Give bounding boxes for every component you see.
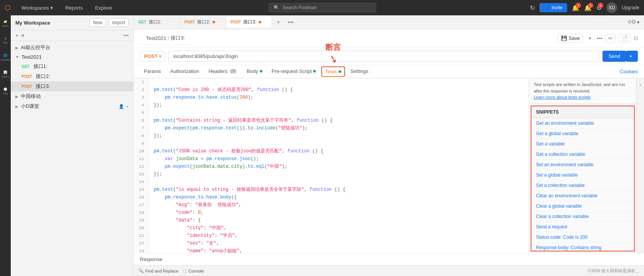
- code-editor[interactable]: 1 2 pm.test("Code is 200 - 状态码是否200", fu…: [134, 78, 529, 253]
- method-selector[interactable]: POST ▾: [140, 51, 165, 61]
- code-line-20: 20 "city": "中国",: [134, 224, 529, 232]
- tab-tests-label: Tests: [325, 69, 337, 74]
- new-button[interactable]: New: [90, 18, 106, 27]
- url-input[interactable]: [168, 51, 599, 62]
- send-dropdown-button[interactable]: ▾: [626, 51, 638, 62]
- sync-icon[interactable]: ↻: [530, 4, 535, 12]
- workspace-name: 小D: [627, 19, 636, 25]
- breadcrumb-separator: /: [168, 35, 169, 41]
- code-line-4: 4 });: [134, 101, 529, 109]
- snippet-response-body[interactable]: Response body: Contains string: [531, 243, 634, 251]
- save-button[interactable]: 💾 Save: [558, 34, 584, 43]
- add-member-icon[interactable]: +: [126, 104, 129, 109]
- search-placeholder: Search Postman: [282, 5, 317, 10]
- snippet-clear-global[interactable]: Clear a global variable: [531, 201, 634, 212]
- snippet-get-env[interactable]: Get an environment variable: [531, 118, 634, 129]
- import-button[interactable]: Import: [109, 18, 129, 27]
- snippet-clear-env[interactable]: Clear an environment variable: [531, 191, 634, 201]
- tab-method-post2: POST: [231, 20, 241, 24]
- tab-authorization[interactable]: Authorization: [166, 65, 203, 78]
- tab-get-api1[interactable]: GET 接口1:: [134, 17, 180, 28]
- tab-post-api2[interactable]: POST 接口2:: [180, 17, 226, 28]
- snippet-status-code[interactable]: Status code: Code is 200: [531, 232, 634, 243]
- collection-test2021[interactable]: ▼ Test2021: [11, 53, 133, 61]
- headers-badge: (9): [229, 69, 237, 74]
- alerts-icon[interactable]: 🔔1: [584, 4, 592, 12]
- header-more-button[interactable]: •••: [597, 35, 603, 41]
- icon-bar-history[interactable]: 🕐 tory: [1, 86, 9, 97]
- snippet-send-request[interactable]: Send a request: [531, 222, 634, 232]
- edit-button[interactable]: ✏: [606, 34, 616, 43]
- chevron-down-icon-ws: ▾: [637, 20, 639, 25]
- tab-pre-request[interactable]: Pre-request Script: [268, 65, 320, 78]
- code-line-12: 12 pm.expect(jsonData.data.city).to.eql(…: [134, 163, 529, 170]
- snippet-set-global[interactable]: Set a global variable: [531, 170, 634, 180]
- code-line-10: 10 pm.test("JSON value check - 校验json的值是…: [134, 147, 529, 155]
- plus-icon[interactable]: +: [15, 33, 18, 38]
- notifications-icon[interactable]: 🔔1: [572, 4, 579, 12]
- right-collapse-panel: ›: [636, 78, 644, 253]
- nav-workspaces[interactable]: Workspaces ▾: [18, 3, 56, 12]
- search-bar[interactable]: 🔍 Search Postman: [269, 3, 376, 12]
- snippet-get-global[interactable]: Get a global variable: [531, 129, 634, 139]
- tab-body-label: Body: [247, 68, 258, 74]
- icon-bar-environments[interactable]: 🌐 nments: [0, 52, 12, 63]
- icon-bar-collections[interactable]: 📁 tions: [1, 18, 10, 29]
- tab-headers[interactable]: Headers (9): [205, 65, 241, 78]
- save-more-button[interactable]: ▾: [586, 34, 594, 42]
- tab-label-api2: 接口2:: [197, 19, 210, 25]
- avatar[interactable]: XD: [606, 2, 617, 13]
- sync-status-icon[interactable]: ⚙1: [596, 4, 602, 12]
- request-get-api1[interactable]: GET 接口1:: [11, 61, 133, 71]
- tab-settings[interactable]: Settings: [347, 65, 372, 78]
- workspace-selector[interactable]: 小D ▾: [627, 19, 639, 25]
- tab-post-api3[interactable]: POST 接口3:: [226, 17, 272, 28]
- app-logo: ⬡: [5, 3, 11, 12]
- bottom-bar: 🔍 Find and Replace ⬚ Console CSDN @人间有味是…: [134, 265, 644, 276]
- sidebar-header: My Workspace New Import: [11, 15, 133, 30]
- collection-xiaod-course[interactable]: ▶ 小D课堂 👤 +: [11, 101, 133, 111]
- sidebar-more-icon[interactable]: •••: [123, 33, 129, 38]
- tab-params[interactable]: Params: [140, 65, 165, 78]
- sidebar-toolbar: + ≡ •••: [11, 30, 133, 41]
- code-line-19: 19 "data": {: [134, 217, 529, 224]
- snippet-get-collection[interactable]: Get a collection variable: [531, 149, 634, 160]
- icon-bar-apis[interactable]: ⊡ Pls: [2, 35, 9, 46]
- add-tab-button[interactable]: +: [272, 17, 285, 28]
- collapse-panel-button[interactable]: ⊡: [634, 35, 638, 41]
- console-button[interactable]: ⬚ Console: [183, 268, 204, 273]
- request-post-api3[interactable]: POST 接口3:: [11, 81, 133, 91]
- response-label: Response: [140, 256, 163, 262]
- snippets-panel: Test scripts are written in JavaScript, …: [529, 78, 636, 253]
- collection-ai-cloud[interactable]: ▶ Ai能云控平台: [11, 43, 133, 53]
- more-tabs-button[interactable]: •••: [285, 17, 297, 28]
- cookies-link[interactable]: Cookies: [620, 69, 638, 74]
- learn-more-link[interactable]: Learn more about tests scripts: [534, 95, 591, 99]
- snippet-clear-collection[interactable]: Clear a collection variable: [531, 212, 634, 222]
- tab-body[interactable]: Body: [243, 65, 266, 78]
- send-button[interactable]: Send: [603, 51, 626, 62]
- preview-button[interactable]: 📄: [619, 34, 631, 43]
- collapse-right-icon[interactable]: ›: [639, 81, 641, 88]
- invite-button[interactable]: 👤 Invite: [539, 3, 567, 12]
- find-replace-button[interactable]: 🔍 Find and Replace: [138, 268, 178, 273]
- tab-authorization-label: Authorization: [170, 68, 199, 74]
- nav-reports[interactable]: Reports: [62, 3, 86, 12]
- code-line-8: 8 });: [134, 132, 529, 140]
- tab-tests[interactable]: Tests 断言 ➘: [321, 66, 345, 77]
- snippet-set-collection[interactable]: Set a collection variable: [531, 180, 634, 191]
- nav-explore[interactable]: Explore: [92, 3, 115, 12]
- snippet-set-env[interactable]: Set an environment variable: [531, 160, 634, 170]
- upgrade-button[interactable]: Upgrade: [622, 5, 639, 10]
- monitors-icon: 📊: [3, 71, 7, 74]
- icon-bar-monitors[interactable]: 📊 nitors: [0, 69, 11, 80]
- request-post-api2[interactable]: POST 接口2:: [11, 71, 133, 81]
- snippet-get-var[interactable]: Get a variable: [531, 139, 634, 149]
- collection-china-mobile[interactable]: ▶ 中国移动: [11, 91, 133, 101]
- tab-right-section: 小D ▾: [627, 19, 644, 25]
- code-line-9: 9: [134, 140, 529, 147]
- user-plus-icon: 👤: [544, 5, 550, 10]
- tests-dot: [339, 70, 341, 73]
- code-line-17: 17 "msg": "恭喜你 登陆成功",: [134, 201, 529, 209]
- filter-icon[interactable]: ≡: [22, 33, 25, 38]
